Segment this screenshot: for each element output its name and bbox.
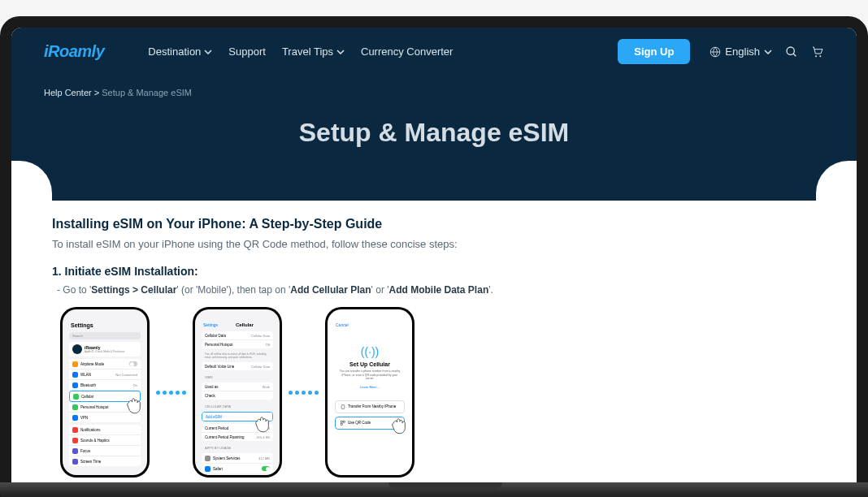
toggle-on bbox=[262, 466, 270, 471]
nav-currency[interactable]: Currency Converter bbox=[361, 45, 453, 58]
dots-connector bbox=[289, 391, 319, 395]
phone3-screen: Cancel ((·)) Set Up Cellular You can tra… bbox=[328, 309, 412, 475]
nav-destination-label: Destination bbox=[148, 45, 201, 58]
phone1-screentime: Screen Time bbox=[69, 456, 141, 466]
phone2-list-2: Default Voice LineCellular Data bbox=[202, 362, 273, 370]
qr-icon bbox=[341, 421, 345, 426]
phone2-sims-label: SIMS bbox=[198, 373, 276, 380]
nav-support[interactable]: Support bbox=[228, 45, 266, 58]
chevron-down-icon bbox=[336, 50, 345, 54]
profile-sub: Apple ID, iCloud, Media & Purchases bbox=[85, 350, 124, 353]
vpn-icon bbox=[72, 415, 78, 421]
phone1-airplane: Airplane Mode bbox=[69, 359, 141, 370]
dots-connector bbox=[156, 391, 186, 395]
pointer-cursor-icon bbox=[388, 415, 410, 436]
profile-avatar bbox=[72, 344, 82, 354]
phone1-screen: Settings Search iRoamly Apple ID, iCloud… bbox=[63, 309, 147, 475]
main-content: Installing eSIM on Your iPhone: A Step-b… bbox=[11, 201, 857, 482]
cellular-icon bbox=[73, 394, 79, 400]
globe-icon bbox=[710, 46, 721, 58]
phone2-system: System Services412 MB bbox=[202, 453, 273, 464]
chevron-down-icon bbox=[204, 50, 212, 54]
step1-text: - Go to 'Settings > Cellular' (or 'Mobil… bbox=[52, 284, 816, 296]
phone1-profile: iRoamly Apple ID, iCloud, Media & Purcha… bbox=[69, 342, 141, 357]
hotspot-icon bbox=[72, 404, 78, 410]
phone2-nav: Settings Cellular bbox=[198, 321, 276, 329]
main-nav: Destination Support Travel Tips Currency… bbox=[148, 45, 598, 58]
phone-mockup-2: Settings Cellular Cellular DataCellular … bbox=[193, 307, 282, 478]
phone2-data-label: CELLULAR DATA bbox=[198, 402, 276, 409]
language-selector[interactable]: English bbox=[710, 45, 772, 58]
search-icon bbox=[785, 45, 798, 58]
phone1-wlan: WLANNot Connected bbox=[69, 370, 141, 380]
phone3-transfer: Transfer From Nearby iPhone bbox=[335, 400, 405, 413]
airplane-icon bbox=[72, 361, 78, 367]
svg-rect-5 bbox=[341, 421, 343, 422]
phone2-list-3: Used asWork Check bbox=[202, 382, 273, 400]
phone2-note: Turn off cellular data to restrict all d… bbox=[198, 351, 276, 360]
main-header: iRoamly Destination Support Travel Tips … bbox=[11, 28, 857, 76]
gear-icon bbox=[205, 456, 210, 461]
nav-travel-tips[interactable]: Travel Tips bbox=[282, 45, 345, 58]
nav-travel-tips-label: Travel Tips bbox=[282, 45, 333, 58]
phone1-search: Search bbox=[69, 332, 141, 339]
signup-button[interactable]: Sign Up bbox=[618, 39, 690, 64]
breadcrumb-help-center[interactable]: Help Center bbox=[44, 88, 92, 97]
phone-mockup-1: Settings Search iRoamly Apple ID, iCloud… bbox=[60, 307, 150, 478]
screentime-icon bbox=[72, 459, 78, 465]
phone3-sub: You can transfer a phone number from a n… bbox=[331, 367, 409, 383]
toggle-off bbox=[129, 361, 137, 366]
breadcrumb-separator: > bbox=[94, 88, 99, 97]
phone1-list-2: Notifications Sounds & Haptics Focus Scr… bbox=[69, 425, 141, 466]
laptop-screen: iRoamly Destination Support Travel Tips … bbox=[11, 28, 857, 482]
laptop-frame: iRoamly Destination Support Travel Tips … bbox=[0, 16, 868, 497]
phone3-cancel: Cancel bbox=[331, 321, 409, 329]
content-heading: Installing eSIM on Your iPhone: A Step-b… bbox=[52, 217, 816, 231]
phone1-focus: Focus bbox=[69, 446, 141, 456]
phone2-screen: Settings Cellular Cellular DataCellular … bbox=[195, 309, 280, 475]
phone3-title: Set Up Cellular bbox=[349, 361, 390, 367]
logo[interactable]: iRoamly bbox=[44, 42, 104, 61]
page-title: Setup & Manage eSIM bbox=[11, 97, 857, 176]
phone2-safari: Safari bbox=[202, 464, 273, 473]
laptop-hinge-notch bbox=[388, 482, 502, 489]
focus-icon bbox=[72, 448, 78, 454]
hero-section: Help Center > Setup & Manage eSIM Setup … bbox=[11, 76, 857, 201]
phone2-list-1: Cellular DataCellular Data Personal Hots… bbox=[202, 331, 273, 348]
language-label: English bbox=[725, 45, 760, 58]
header-right: English bbox=[710, 45, 824, 58]
phone2-title: Cellular bbox=[236, 322, 254, 327]
intro-text: To install eSIM on your iPhone using the… bbox=[52, 238, 816, 250]
sounds-icon bbox=[72, 438, 78, 443]
svg-point-2 bbox=[815, 55, 817, 57]
svg-rect-6 bbox=[344, 421, 345, 422]
phone2-hotspot: Personal HotspotOff bbox=[202, 340, 273, 348]
svg-rect-4 bbox=[341, 404, 345, 408]
wifi-icon bbox=[72, 372, 78, 378]
phone2-cellulardata: Cellular DataCellular Data bbox=[202, 331, 273, 340]
step1-title: 1. Initiate eSIM Installation: bbox=[52, 265, 816, 278]
antenna-icon: ((·)) bbox=[361, 345, 380, 358]
breadcrumb: Help Center > Setup & Manage eSIM bbox=[11, 76, 857, 97]
cart-icon bbox=[811, 45, 824, 58]
search-button[interactable] bbox=[785, 45, 798, 58]
phone1-notifications: Notifications bbox=[69, 425, 141, 435]
phone2-back: Settings bbox=[203, 322, 218, 327]
nav-destination[interactable]: Destination bbox=[148, 45, 212, 58]
phone1-title: Settings bbox=[66, 321, 144, 330]
pointer-cursor-icon bbox=[252, 413, 273, 434]
phone2-check: Check bbox=[202, 391, 273, 400]
phones-row: Settings Search iRoamly Apple ID, iCloud… bbox=[52, 307, 816, 478]
pointer-cursor-icon bbox=[124, 395, 145, 416]
notifications-icon bbox=[72, 427, 78, 433]
phone2-defaultvoice: Default Voice LineCellular Data bbox=[202, 362, 273, 370]
phone3-link: Learn More... bbox=[360, 385, 380, 389]
svg-point-1 bbox=[787, 47, 794, 54]
phone2-apps-label: APPS BY USAGE bbox=[198, 443, 276, 451]
phone1-bluetooth: BluetoothOn bbox=[69, 380, 141, 391]
cart-button[interactable] bbox=[811, 45, 824, 58]
phone2-usedas: Used asWork bbox=[202, 382, 273, 391]
safari-icon bbox=[205, 466, 210, 472]
bluetooth-icon bbox=[72, 382, 78, 388]
phone1-sounds: Sounds & Haptics bbox=[69, 435, 141, 446]
